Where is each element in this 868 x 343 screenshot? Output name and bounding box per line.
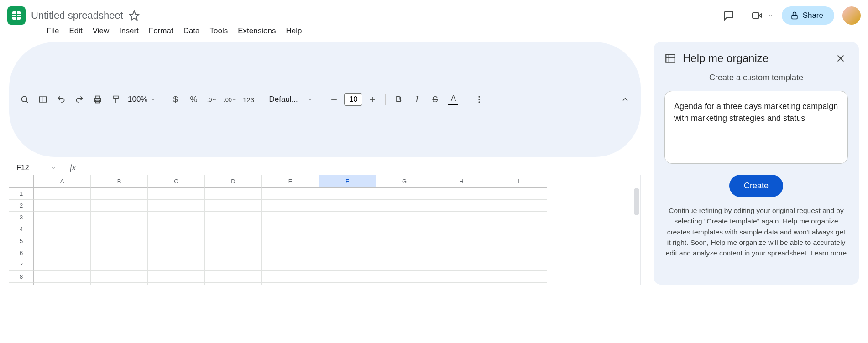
account-avatar[interactable] bbox=[842, 6, 861, 25]
cell[interactable] bbox=[262, 259, 319, 271]
cell[interactable] bbox=[376, 188, 433, 200]
menu-format[interactable]: Format bbox=[144, 24, 178, 38]
cell[interactable] bbox=[433, 247, 490, 259]
cell[interactable] bbox=[91, 283, 148, 285]
cell[interactable] bbox=[91, 223, 148, 235]
cell[interactable] bbox=[433, 200, 490, 212]
cell[interactable] bbox=[148, 283, 205, 285]
share-button[interactable]: Share bbox=[782, 6, 834, 25]
column-header[interactable]: B bbox=[91, 175, 148, 188]
select-all-corner[interactable] bbox=[9, 175, 34, 188]
cell[interactable] bbox=[262, 271, 319, 283]
cell[interactable] bbox=[205, 271, 262, 283]
cell[interactable] bbox=[376, 223, 433, 235]
cell[interactable] bbox=[262, 223, 319, 235]
cell[interactable] bbox=[34, 259, 91, 271]
row-header[interactable]: 4 bbox=[9, 223, 34, 235]
font-size-input[interactable] bbox=[344, 93, 362, 106]
menu-insert[interactable]: Insert bbox=[115, 24, 143, 38]
cell[interactable] bbox=[433, 235, 490, 247]
cell[interactable] bbox=[91, 188, 148, 200]
row-header[interactable]: 9 bbox=[9, 283, 34, 285]
cell[interactable] bbox=[433, 283, 490, 285]
cell[interactable] bbox=[262, 247, 319, 259]
cell[interactable] bbox=[433, 223, 490, 235]
column-header[interactable]: A bbox=[34, 175, 91, 188]
cell[interactable] bbox=[490, 200, 547, 212]
cell[interactable] bbox=[490, 212, 547, 223]
menu-file[interactable]: File bbox=[42, 24, 63, 38]
column-header[interactable]: D bbox=[205, 175, 262, 188]
cell[interactable] bbox=[205, 223, 262, 235]
row-header[interactable]: 7 bbox=[9, 259, 34, 271]
cell[interactable] bbox=[490, 235, 547, 247]
cell[interactable] bbox=[148, 271, 205, 283]
cell[interactable] bbox=[490, 247, 547, 259]
zoom-select[interactable]: 100% bbox=[126, 95, 157, 104]
row-header[interactable]: 3 bbox=[9, 212, 34, 223]
chevron-down-icon[interactable] bbox=[768, 13, 774, 18]
star-icon[interactable] bbox=[129, 10, 140, 21]
cell[interactable] bbox=[148, 247, 205, 259]
cell[interactable] bbox=[262, 235, 319, 247]
cell[interactable] bbox=[319, 259, 376, 271]
italic-button[interactable]: I bbox=[408, 91, 425, 108]
menu-tools[interactable]: Tools bbox=[205, 24, 233, 38]
cell[interactable] bbox=[34, 212, 91, 223]
cell[interactable] bbox=[262, 212, 319, 223]
cell[interactable] bbox=[91, 235, 148, 247]
percent-button[interactable]: % bbox=[185, 91, 202, 108]
cell[interactable] bbox=[433, 188, 490, 200]
cell[interactable] bbox=[91, 200, 148, 212]
prompt-textarea[interactable] bbox=[664, 91, 848, 164]
menu-extensions[interactable]: Extensions bbox=[233, 24, 280, 38]
increase-font-size-icon[interactable] bbox=[364, 91, 381, 108]
cell[interactable] bbox=[319, 188, 376, 200]
cell[interactable] bbox=[34, 271, 91, 283]
cell[interactable] bbox=[376, 247, 433, 259]
menu-edit[interactable]: Edit bbox=[64, 24, 87, 38]
name-box[interactable]: F12 bbox=[9, 164, 64, 172]
redo-icon[interactable] bbox=[71, 91, 88, 108]
cell[interactable] bbox=[490, 271, 547, 283]
cell[interactable] bbox=[205, 235, 262, 247]
cell[interactable] bbox=[262, 283, 319, 285]
cell[interactable] bbox=[433, 212, 490, 223]
column-header[interactable]: E bbox=[262, 175, 319, 188]
column-header[interactable]: F bbox=[319, 175, 376, 188]
cell[interactable] bbox=[205, 200, 262, 212]
more-tools-icon[interactable] bbox=[471, 91, 487, 108]
column-header[interactable]: G bbox=[376, 175, 433, 188]
cell[interactable] bbox=[148, 223, 205, 235]
close-icon[interactable] bbox=[833, 51, 848, 66]
currency-button[interactable]: $ bbox=[167, 91, 183, 108]
search-menus-icon[interactable] bbox=[16, 91, 33, 108]
cell[interactable] bbox=[148, 200, 205, 212]
cell[interactable] bbox=[148, 212, 205, 223]
learn-more-link[interactable]: Learn more bbox=[810, 249, 847, 257]
create-button[interactable]: Create bbox=[729, 175, 783, 197]
cell[interactable] bbox=[376, 259, 433, 271]
strikethrough-button[interactable]: S bbox=[427, 91, 443, 108]
cell[interactable] bbox=[376, 271, 433, 283]
cell[interactable] bbox=[262, 200, 319, 212]
text-color-button[interactable]: A bbox=[445, 91, 461, 108]
document-title[interactable]: Untitled spreadsheet bbox=[31, 10, 123, 21]
cell[interactable] bbox=[319, 283, 376, 285]
cell[interactable] bbox=[319, 235, 376, 247]
decrease-decimal-icon[interactable]: .0← bbox=[204, 91, 220, 108]
cell[interactable] bbox=[205, 188, 262, 200]
row-header[interactable]: 8 bbox=[9, 271, 34, 283]
cell[interactable] bbox=[34, 247, 91, 259]
cell[interactable] bbox=[148, 235, 205, 247]
cell[interactable] bbox=[433, 271, 490, 283]
cell[interactable] bbox=[91, 247, 148, 259]
cell[interactable] bbox=[262, 188, 319, 200]
cell[interactable] bbox=[319, 223, 376, 235]
table-view-icon[interactable] bbox=[35, 91, 51, 108]
cell[interactable] bbox=[433, 259, 490, 271]
cell[interactable] bbox=[490, 283, 547, 285]
cell[interactable] bbox=[205, 212, 262, 223]
column-header[interactable]: H bbox=[433, 175, 490, 188]
cell[interactable] bbox=[319, 212, 376, 223]
